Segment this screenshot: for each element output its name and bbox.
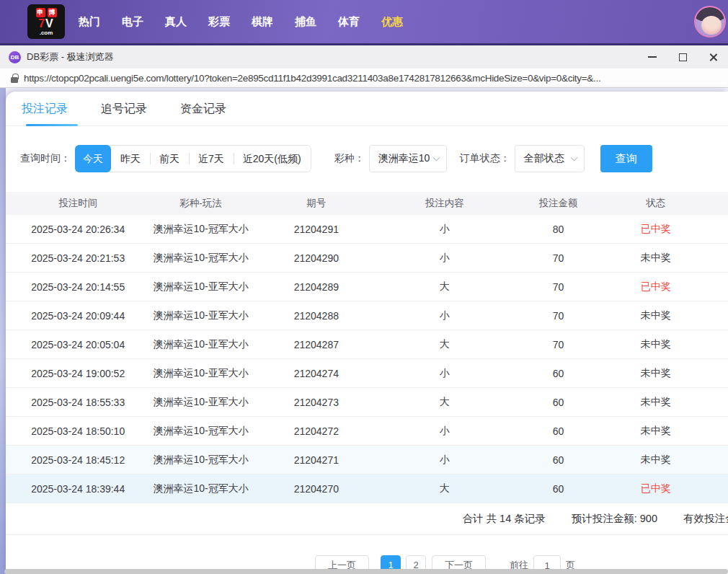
- tab[interactable]: 资金记录: [180, 102, 226, 125]
- close-icon: [709, 53, 718, 62]
- cell-bet-time: 2025-03-24 20:05:04: [6, 339, 150, 350]
- cell-status: 已中奖: [609, 482, 703, 495]
- time-range-option[interactable]: 近7天: [189, 146, 234, 172]
- summary-expected-amount: 预计投注金额: 900: [572, 512, 657, 526]
- cell-bet-content: 小: [381, 367, 507, 380]
- cell-game-play: 澳洲幸运10-亚军大小: [150, 338, 251, 351]
- nav-item[interactable]: 彩票: [197, 0, 241, 43]
- page-edge-strip: [0, 88, 6, 574]
- column-header-content: 投注内容: [381, 197, 507, 210]
- maximize-icon: [679, 53, 687, 61]
- url-text: https://ctopcp02pcali.uengi5e.com/lotter…: [24, 73, 600, 84]
- logo-badge-right: 博: [48, 8, 57, 17]
- cell-bet-amount: 70: [507, 339, 608, 350]
- site-logo[interactable]: 申 博 7V .com: [27, 4, 65, 39]
- cell-game-play: 澳洲幸运10-亚军大小: [150, 396, 251, 409]
- app-window: 申 博 7V .com 热门 电子 真人 彩票 棋牌 捕鱼 体育 优惠: [0, 0, 728, 574]
- cell-status: 未中奖: [609, 309, 703, 322]
- user-avatar[interactable]: [694, 6, 726, 37]
- column-header-game: 彩种-玩法: [150, 197, 251, 210]
- table-body: 2025-03-24 20:26:34 澳洲幸运10-冠军大小 21204291…: [6, 215, 728, 503]
- order-status-select[interactable]: 全部状态: [515, 145, 585, 172]
- cell-bet-amount: 70: [507, 252, 608, 264]
- nav-item[interactable]: 棋牌: [241, 0, 284, 43]
- time-range-option[interactable]: 昨天: [111, 146, 150, 172]
- cell-issue-number: 21204271: [252, 454, 381, 466]
- cell-game-play: 澳洲幸运10-亚军大小: [150, 281, 251, 293]
- cell-issue-number: 21204270: [252, 483, 381, 495]
- cell-bet-content: 大: [381, 281, 507, 293]
- lottery-select[interactable]: 澳洲幸运10: [369, 145, 447, 172]
- time-range-option[interactable]: 前天: [150, 146, 189, 172]
- table-row: 2025-03-24 20:26:34 澳洲幸运10-冠军大小 21204291…: [6, 215, 728, 244]
- cell-issue-number: 21204288: [252, 310, 381, 322]
- cell-bet-time: 2025-03-24 18:45:12: [6, 454, 150, 466]
- cell-bet-content: 小: [381, 425, 507, 438]
- cell-bet-content: 小: [381, 223, 507, 236]
- cell-bet-amount: 70: [507, 310, 608, 322]
- cell-game-play: 澳洲幸运10-亚军大小: [150, 309, 251, 322]
- cell-game-play: 澳洲幸运10-冠军大小: [150, 454, 251, 467]
- status-select-value: 全部状态: [524, 152, 564, 165]
- cell-bet-amount: 60: [507, 454, 608, 466]
- table-row: 2025-03-24 20:05:04 澳洲幸运10-亚军大小 21204287…: [6, 330, 728, 359]
- cell-issue-number: 21204290: [252, 252, 381, 264]
- cell-status: 未中奖: [609, 396, 703, 409]
- page-background: 投注记录 追号记录 资金记录 查询时间： 今天 昨天 前天: [0, 88, 728, 574]
- table-row: 2025-03-24 18:50:10 澳洲幸运10-冠军大小 21204272…: [6, 417, 728, 446]
- table-row: 2025-03-24 19:00:52 澳洲幸运10-亚军大小 21204274…: [6, 359, 728, 388]
- horizontal-scrollbar[interactable]: [4, 569, 728, 574]
- cell-game-play: 澳洲幸运10-冠军大小: [150, 223, 251, 236]
- nav-item[interactable]: 捕鱼: [284, 0, 327, 43]
- content-card: 投注记录 追号记录 资金记录 查询时间： 今天 昨天 前天: [6, 92, 728, 574]
- window-title: DB彩票 - 极速浏览器: [27, 50, 114, 63]
- cell-issue-number: 21204287: [252, 339, 381, 350]
- time-range-group: 今天 昨天 前天 近7天 近20天(低频): [75, 145, 311, 172]
- summary-total-records: 合计 共 14 条记录: [463, 512, 546, 526]
- cell-bet-time: 2025-03-24 20:09:44: [6, 310, 150, 322]
- minimize-button[interactable]: [637, 45, 667, 69]
- time-range-option[interactable]: 近20天(低频): [234, 146, 311, 172]
- cell-issue-number: 21204291: [252, 224, 381, 235]
- time-filter-label: 查询时间：: [20, 152, 71, 165]
- table-row: 2025-03-24 20:14:55 澳洲幸运10-亚军大小 21204289…: [6, 273, 728, 301]
- record-tabs: 投注记录 追号记录 资金记录: [6, 92, 728, 126]
- cell-bet-content: 大: [381, 338, 507, 351]
- cell-bet-content: 大: [381, 396, 507, 409]
- table-row: 2025-03-24 20:21:53 澳洲幸运10-冠军大小 21204290…: [6, 244, 728, 273]
- cell-issue-number: 21204272: [252, 425, 381, 437]
- cell-status: 已中奖: [609, 223, 703, 236]
- bet-records-table: 投注时间 彩种-玩法 期号 投注内容 投注金额 状态 2025-03-24 20…: [6, 192, 728, 503]
- cell-bet-amount: 60: [507, 483, 608, 495]
- logo-badge-left: 申: [36, 8, 45, 17]
- logo-text: 7V: [38, 18, 54, 30]
- close-button[interactable]: [698, 45, 728, 69]
- cell-bet-time: 2025-03-24 20:14:55: [6, 281, 150, 293]
- cell-status: 未中奖: [609, 367, 703, 380]
- browser-favicon: DB: [9, 51, 21, 63]
- window-controls: [637, 45, 728, 69]
- tab[interactable]: 投注记录: [22, 102, 68, 125]
- filter-bar: 查询时间： 今天 昨天 前天 近7天 近20天(低频) 彩种：: [20, 145, 728, 172]
- cell-bet-time: 2025-03-24 20:21:53: [6, 252, 150, 264]
- nav-item[interactable]: 真人: [154, 0, 197, 43]
- cell-game-play: 澳洲幸运10-冠军大小: [150, 482, 251, 495]
- tab[interactable]: 追号记录: [101, 102, 147, 125]
- table-row: 2025-03-24 18:55:33 澳洲幸运10-亚军大小 21204273…: [6, 388, 728, 417]
- cell-bet-amount: 70: [507, 281, 608, 293]
- nav-item[interactable]: 电子: [111, 0, 154, 43]
- nav-item[interactable]: 体育: [327, 0, 370, 43]
- cell-bet-time: 2025-03-24 20:26:34: [6, 224, 150, 235]
- column-header-status: 状态: [609, 197, 703, 210]
- search-button[interactable]: 查询: [600, 145, 652, 172]
- lock-icon[interactable]: [11, 77, 18, 83]
- column-header-time: 投注时间: [6, 197, 150, 210]
- maximize-button[interactable]: [667, 45, 698, 69]
- nav-item[interactable]: 优惠: [370, 0, 414, 43]
- address-bar[interactable]: https://ctopcp02pcali.uengi5e.com/lotter…: [0, 69, 728, 88]
- nav-item[interactable]: 热门: [68, 0, 111, 43]
- cell-status: 已中奖: [609, 281, 703, 293]
- cell-bet-amount: 80: [507, 224, 608, 235]
- table-row: 2025-03-24 18:39:44 澳洲幸运10-冠军大小 21204270…: [6, 474, 728, 503]
- time-range-option[interactable]: 今天: [75, 145, 111, 172]
